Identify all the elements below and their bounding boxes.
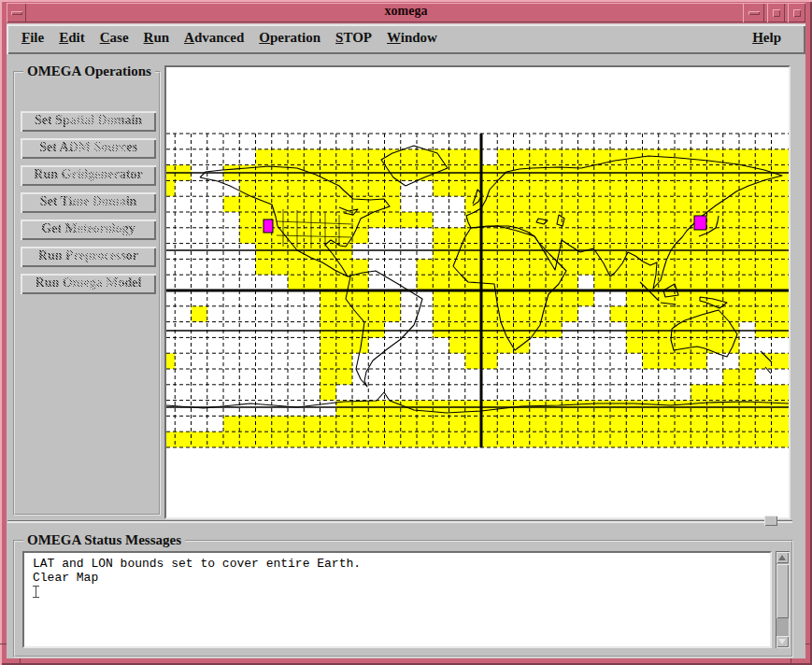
status-scrollbar[interactable] (776, 551, 790, 648)
op-button-set-time-domain[interactable]: Set Time Domain (21, 192, 156, 213)
app-window: xomega FileEditCaseRunAdvancedOperationS… (0, 0, 812, 665)
op-button-label: Get Meteorology (41, 221, 135, 236)
frame-notch (805, 644, 812, 644)
omega-operations-frame: OMEGA Operations Set Spatial DomainSet A… (13, 71, 161, 516)
status-line: Clear Map (33, 571, 770, 585)
op-button-label: Set Spatial Domain (35, 113, 142, 128)
op-button-label: Run Gridgenerator (34, 167, 142, 182)
status-messages-frame: OMEGA Status Messages LAT and LON bounds… (13, 540, 793, 658)
frame-notch (791, 658, 791, 665)
omega-operations-label: OMEGA Operations (23, 64, 155, 79)
scrollbar-up-arrow[interactable] (776, 552, 789, 563)
window-maximize-button[interactable] (788, 3, 805, 22)
menu-items: FileEditCaseRunAdvancedOperationSTOPWind… (14, 24, 445, 46)
pane-sash-handle[interactable] (764, 516, 777, 526)
menu-item-stop[interactable]: STOP (335, 30, 372, 46)
op-button-set-adm-sources[interactable]: Set ADM Sources (21, 138, 156, 159)
op-button-run-omega-model[interactable]: Run Omega Model (21, 274, 156, 294)
maximize-box-icon (793, 9, 801, 17)
op-button-label: Set ADM Sources (39, 140, 137, 155)
map-viewport[interactable] (164, 65, 791, 519)
op-button-run-preprocessor[interactable]: Run Preprocessor (21, 247, 156, 267)
yellow-cells (166, 149, 789, 447)
op-button-label: Run Preprocessor (38, 248, 138, 263)
status-line: LAT and LON bounds set to cover entire E… (33, 557, 770, 571)
op-button-set-spatial-domain[interactable]: Set Spatial Domain (21, 111, 156, 132)
application-area: FileEditCaseRunAdvancedOperationSTOPWind… (7, 23, 805, 658)
up-triangle-icon (778, 555, 786, 560)
window-title: xomega (7, 4, 805, 19)
lower-dash-icon (748, 11, 760, 15)
text-cursor-icon (33, 586, 39, 598)
pane-separator (7, 520, 792, 523)
menu-item-file[interactable]: File (21, 30, 44, 46)
status-messages-label: OMEGA Status Messages (23, 532, 185, 548)
menu-item-run[interactable]: Run (144, 30, 170, 46)
frame-notch (0, 644, 7, 644)
world-map-svg[interactable] (166, 67, 789, 517)
window-lower-button[interactable] (743, 3, 764, 22)
frame-notch (20, 658, 21, 665)
down-triangle-icon (778, 639, 786, 644)
menu-item-edit[interactable]: Edit (59, 30, 85, 46)
menu-item-window[interactable]: Window (387, 30, 437, 46)
op-button-get-meteorology[interactable]: Get Meteorology (21, 219, 156, 240)
op-button-label: Run Omega Model (36, 276, 142, 290)
menu-bar: FileEditCaseRunAdvancedOperationSTOPWind… (7, 24, 805, 54)
status-lines: LAT and LON bounds set to cover entire E… (33, 557, 770, 585)
minimize-box-icon (773, 9, 780, 17)
scrollbar-thumb[interactable] (776, 564, 789, 618)
op-button-label: Set Time Domain (40, 194, 137, 209)
menu-item-advanced[interactable]: Advanced (184, 30, 244, 46)
menu-item-case[interactable]: Case (100, 30, 129, 46)
op-button-run-gridgenerator[interactable]: Run Gridgenerator (21, 165, 156, 186)
scrollbar-down-arrow[interactable] (776, 636, 789, 647)
status-message-text[interactable]: LAT and LON bounds set to cover entire E… (22, 551, 772, 648)
window-minimize-button[interactable] (767, 3, 785, 22)
menu-item-operation[interactable]: Operation (259, 30, 321, 46)
title-bar: xomega (7, 3, 805, 22)
menu-item-help[interactable]: Help (752, 30, 781, 46)
